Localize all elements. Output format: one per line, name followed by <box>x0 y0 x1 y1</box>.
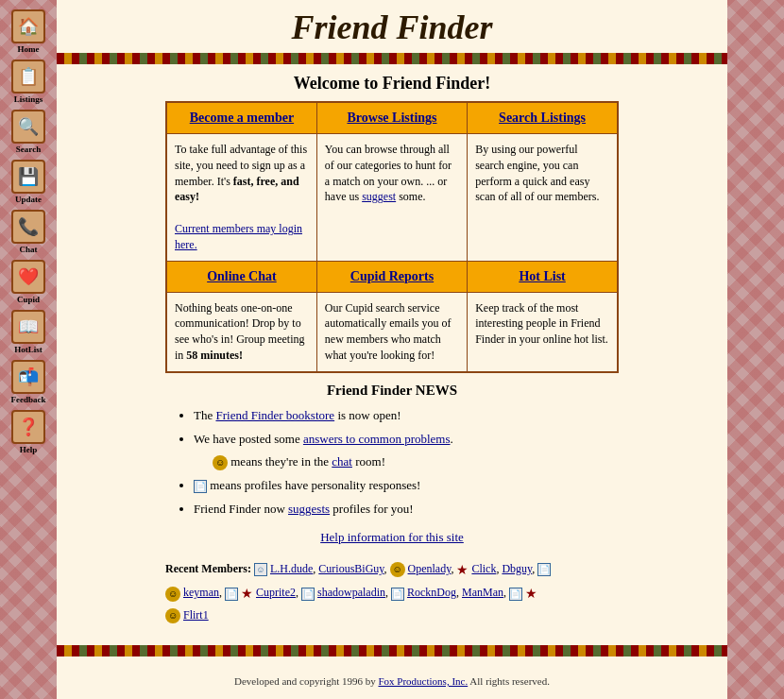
member-chat-icon-3: ☺ <box>165 608 180 623</box>
hot-list-header[interactable]: Hot List <box>468 261 618 292</box>
browse-listings-body: You can browse through all of our catego… <box>316 134 467 262</box>
member-profile-icon-3: 📄 <box>225 588 238 601</box>
member-star-1: ★ <box>456 558 469 582</box>
nav-help[interactable]: ❓ Help <box>5 410 52 454</box>
online-chat-body: Nothing beats one-on-one communication! … <box>166 292 316 372</box>
member-chat-icon-1: ☺ <box>390 562 405 577</box>
nav-hotlist[interactable]: 📖 HotList <box>5 310 52 354</box>
nav-feedback[interactable]: 📬 Feedback <box>5 360 52 404</box>
features-table: Become a member Browse Listings Search L… <box>165 101 619 373</box>
member-profile-icon-2: 📄 <box>537 563 551 576</box>
help-link[interactable]: Help information for this site <box>165 530 619 545</box>
member-chat-icon-2: ☺ <box>165 587 180 602</box>
help-icon: ❓ <box>11 410 45 444</box>
member-curiousbiguy[interactable]: CuriousBiGuy <box>318 562 383 575</box>
browse-listings-header[interactable]: Browse Listings <box>316 102 467 134</box>
listings-icon: 📋 <box>11 60 45 94</box>
search-listings-header[interactable]: Search Listings <box>468 102 618 134</box>
news-item-profile-icon: 📄 means profiles have personality respon… <box>194 474 619 496</box>
login-link[interactable]: Current members may login here. <box>175 222 302 251</box>
member-rockndog[interactable]: RocknDog <box>407 586 456 599</box>
news-list: The Friend Finder bookstore is now open!… <box>165 404 619 520</box>
main-content: Friend Finder Welcome to Friend Finder! … <box>57 0 727 699</box>
member-openlady[interactable]: Openlady <box>408 562 452 575</box>
bookstore-link[interactable]: Friend Finder bookstore <box>215 408 334 422</box>
hotlist-icon: 📖 <box>11 310 45 344</box>
become-member-header[interactable]: Become a member <box>166 102 316 134</box>
member-dbguy[interactable]: Dbguy <box>502 562 532 575</box>
welcome-title: Welcome to Friend Finder! <box>57 74 727 94</box>
home-icon: 🏠 <box>11 9 45 43</box>
chat-icon-inline: ☺ <box>213 455 228 470</box>
online-chat-header[interactable]: Online Chat <box>166 261 316 292</box>
member-shadowpaladin[interactable]: shadowpaladin <box>317 586 385 599</box>
browse-listings-link[interactable]: Browse Listings <box>347 111 436 125</box>
suggests-link[interactable]: suggests <box>288 502 330 516</box>
member-manman[interactable]: ManMan <box>462 586 503 599</box>
member-star-3: ★ <box>525 582 537 605</box>
news-section: Friend Finder NEWS The Friend Finder boo… <box>165 383 619 554</box>
become-member-link[interactable]: Become a member <box>190 111 294 125</box>
nav-home[interactable]: 🏠 Home <box>5 9 52 54</box>
cupid-reports-header[interactable]: Cupid Reports <box>316 261 467 292</box>
decorative-strip-bottom <box>57 645 727 656</box>
nav-update[interactable]: 💾 Update <box>5 160 52 204</box>
suggest-link[interactable]: suggest <box>362 190 396 203</box>
member-profile-icon-5: 📄 <box>391 588 404 601</box>
news-title: Friend Finder NEWS <box>165 383 619 399</box>
nav-chat[interactable]: 📞 Chat <box>5 210 52 254</box>
search-icon: 🔍 <box>11 110 45 144</box>
sidebar-left: 🏠 Home 📋 Listings 🔍 Search 💾 Update 📞 Ch… <box>0 0 57 699</box>
member-flirt1[interactable]: Flirt1 <box>183 608 209 622</box>
member-profile-icon-1: ☺ <box>254 563 267 576</box>
recent-members-section: Recent Members: ☺ L.H.dude, CuriousBiGuy… <box>165 558 619 626</box>
update-icon: 💾 <box>11 160 45 194</box>
member-profile-icon-4: 📄 <box>301 588 315 601</box>
member-cuprite2[interactable]: Cuprite2 <box>256 586 296 599</box>
fox-productions-link[interactable]: Fox Productions, Inc. <box>378 675 468 687</box>
member-keyman[interactable]: keyman <box>183 586 219 599</box>
answers-link[interactable]: answers to common problems <box>303 432 451 446</box>
nav-listings[interactable]: 📋 Listings <box>5 60 52 104</box>
cupid-icon: ❤️ <box>11 260 45 294</box>
chat-room-link[interactable]: chat <box>332 454 352 469</box>
chat-icon: 📞 <box>11 210 45 244</box>
sidebar-right <box>727 0 784 699</box>
recent-members-label: Recent Members: <box>165 562 254 575</box>
become-member-body: To take full advantage of this site, you… <box>166 134 316 262</box>
member-lhdude[interactable]: L.H.dude <box>270 562 313 575</box>
online-chat-link[interactable]: Online Chat <box>207 269 277 283</box>
feedback-icon: 📬 <box>11 360 45 394</box>
search-listings-link[interactable]: Search Listings <box>499 111 586 125</box>
footer: Developed and copyright 1996 by Fox Prod… <box>57 668 727 694</box>
news-item-suggests: Friend Finder now suggests profiles for … <box>194 498 619 520</box>
profile-icon-inline: 📄 <box>194 480 207 493</box>
nav-search[interactable]: 🔍 Search <box>5 110 52 154</box>
decorative-strip-top <box>57 53 727 64</box>
member-star-2: ★ <box>241 582 253 605</box>
member-click[interactable]: Click <box>471 562 496 575</box>
search-listings-body: By using our powerful search engine, you… <box>468 134 618 262</box>
cupid-reports-link[interactable]: Cupid Reports <box>350 269 434 283</box>
news-item-answers: We have posted some answers to common pr… <box>194 428 619 472</box>
cupid-reports-body: Our Cupid search service automatically e… <box>316 292 467 372</box>
news-item-chat-icon: ☺ means they're in the chat room! <box>213 451 619 472</box>
logo: Friend Finder <box>57 8 727 47</box>
hot-list-body: Keep track of the most interesting peopl… <box>468 292 618 372</box>
hot-list-link[interactable]: Hot List <box>519 269 565 283</box>
member-profile-icon-6: 📄 <box>509 588 522 601</box>
nav-cupid[interactable]: ❤️ Cupid <box>5 260 52 304</box>
news-item-bookstore: The Friend Finder bookstore is now open! <box>194 404 619 426</box>
header: Friend Finder <box>57 0 727 51</box>
